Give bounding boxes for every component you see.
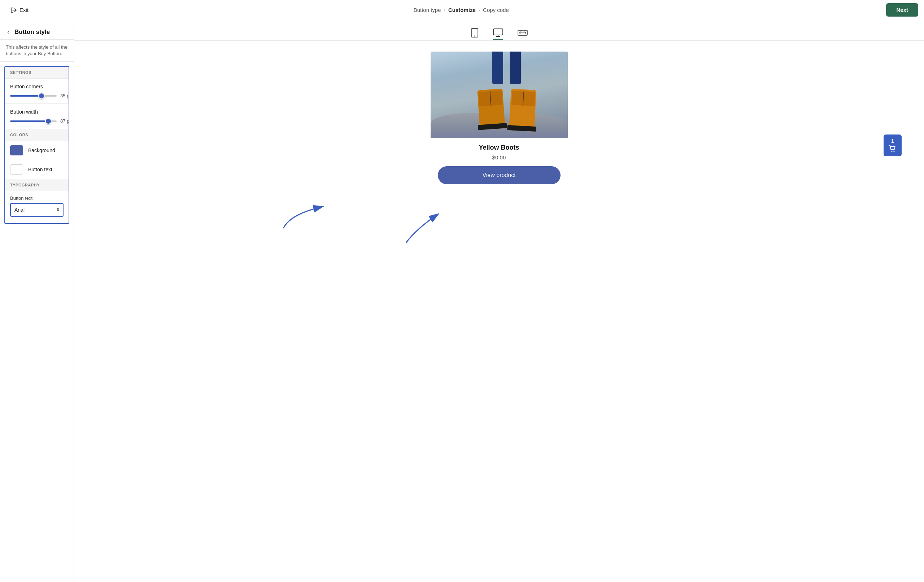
preview-area: Yellow Boots $0.00 View product 1 [74, 20, 924, 582]
preview-toolbar [74, 20, 924, 41]
desktop-view-button[interactable] [490, 26, 506, 40]
sidebar-header: ‹ Button style [0, 20, 74, 39]
step1-label: Button type [414, 7, 441, 13]
step3-label: Copy code [483, 7, 509, 13]
resize-view-button[interactable] [515, 26, 531, 39]
boots-visual [431, 51, 568, 138]
step2-label: Customize [448, 7, 476, 13]
svg-rect-2 [493, 29, 503, 35]
cart-badge[interactable]: 1 [884, 135, 902, 156]
exit-label: Exit [20, 7, 28, 13]
product-image [431, 51, 568, 138]
resize-icon [518, 29, 528, 36]
button-corners-slider-row: 35 px [10, 93, 64, 99]
button-corners-slider[interactable] [10, 95, 57, 97]
button-width-setting: Button width 87 px [5, 104, 69, 129]
sidebar-description: This affects the style of all the button… [0, 39, 74, 62]
cart-count: 1 [891, 138, 894, 144]
mobile-icon [471, 28, 478, 38]
font-select[interactable]: Arial Helvetica Georgia Times New Roman … [10, 203, 64, 217]
colors-section-label: COLORS [5, 129, 69, 141]
cart-icon [889, 145, 897, 153]
breadcrumb: Button type › Customize › Copy code [414, 7, 509, 13]
sidebar-back-button[interactable]: ‹ [6, 27, 11, 36]
background-color-row: Background [5, 141, 69, 160]
background-color-label: Background [28, 148, 55, 153]
product-price: $0.00 [492, 155, 506, 161]
svg-point-4 [891, 151, 893, 152]
next-button[interactable]: Next [886, 3, 918, 16]
typography-section-label: TYPOGRAPHY [5, 179, 69, 191]
product-card: Yellow Boots $0.00 View product [431, 51, 568, 184]
chevron-icon-2: › [478, 7, 480, 13]
font-label: Button text [10, 196, 64, 201]
button-corners-label: Button corners [10, 84, 64, 89]
button-text-color-label: Button text [28, 167, 52, 173]
preview-content: Yellow Boots $0.00 View product 1 [74, 41, 924, 582]
chevron-icon-1: › [444, 7, 446, 13]
sidebar: ‹ Button style This affects the style of… [0, 20, 74, 582]
font-select-wrapper: Arial Helvetica Georgia Times New Roman … [10, 203, 64, 217]
button-text-color-swatch[interactable] [10, 164, 23, 174]
background-color-swatch[interactable] [10, 145, 23, 155]
button-width-value: 87 px [60, 118, 69, 124]
button-width-slider[interactable] [10, 120, 57, 122]
svg-point-5 [894, 151, 895, 152]
typography-font-row: Button text Arial Helvetica Georgia Time… [5, 191, 69, 223]
product-name: Yellow Boots [478, 144, 519, 151]
button-corners-value: 35 px [60, 93, 69, 99]
exit-icon [10, 7, 17, 14]
exit-button[interactable]: Exit [6, 0, 33, 20]
svg-point-1 [474, 36, 475, 37]
view-product-button[interactable]: View product [438, 166, 561, 184]
sidebar-title: Button style [15, 28, 50, 36]
main-layout: ‹ Button style This affects the style of… [0, 20, 924, 582]
sidebar-panel: SETTINGS Button corners 35 px Button wid… [4, 66, 69, 224]
button-text-color-row: Button text [5, 160, 69, 179]
button-width-slider-row: 87 px [10, 118, 64, 124]
desktop-icon [493, 28, 503, 37]
top-bar: Exit Button type › Customize › Copy code… [0, 0, 924, 20]
button-corners-setting: Button corners 35 px [5, 79, 69, 104]
button-width-label: Button width [10, 109, 64, 115]
mobile-view-button[interactable] [468, 25, 482, 40]
settings-section-label: SETTINGS [5, 67, 69, 79]
